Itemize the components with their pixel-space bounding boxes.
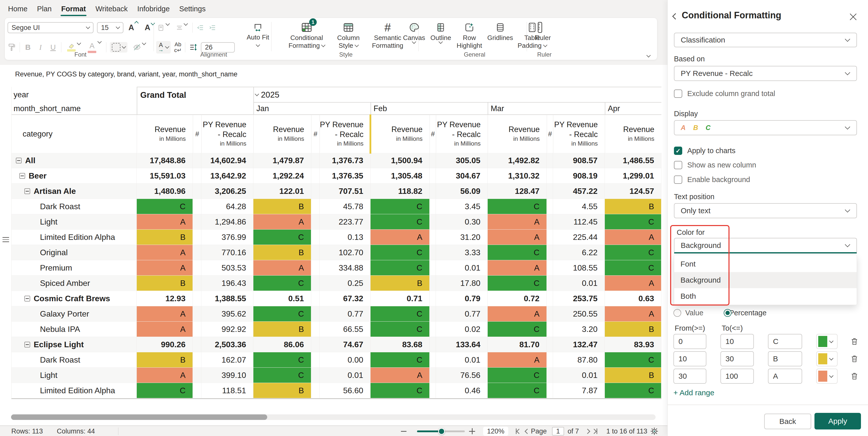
- matrix-cell-classified[interactable]: C: [605, 383, 661, 398]
- matrix-cell[interactable]: 225.44: [553, 229, 605, 245]
- matrix-cell-classified[interactable]: B: [605, 199, 661, 214]
- matrix-cell-classified[interactable]: C: [488, 383, 547, 398]
- collapse-row-icon[interactable]: [24, 188, 30, 194]
- matrix-cell[interactable]: 0.13: [319, 229, 371, 245]
- format-type-select[interactable]: Classification: [674, 33, 857, 47]
- measure-header[interactable]: #: [311, 115, 319, 153]
- matrix-cell[interactable]: 0.72: [488, 291, 547, 306]
- matrix-cell-classified[interactable]: A: [605, 229, 661, 245]
- matrix-cell-classified[interactable]: A: [488, 260, 547, 276]
- matrix-cell-classified[interactable]: C: [488, 368, 547, 383]
- row-header[interactable]: Eclipse Light: [11, 337, 137, 352]
- row-header[interactable]: Limited Edition Alpha: [11, 383, 137, 398]
- matrix-cell[interactable]: 990.26: [137, 337, 193, 352]
- percentage-radio[interactable]: [724, 309, 732, 317]
- measure-header[interactable]: Revenuein Millions: [371, 115, 430, 153]
- delete-range-button[interactable]: [850, 372, 859, 380]
- matrix-cell-classified[interactable]: A: [137, 245, 193, 260]
- matrix-cell[interactable]: 17.80: [436, 276, 488, 291]
- format-painter-icon[interactable]: [7, 43, 16, 52]
- back-button[interactable]: Back: [764, 414, 811, 429]
- matrix-cell-classified[interactable]: C: [488, 321, 547, 337]
- matrix-cell-classified[interactable]: A: [605, 306, 661, 321]
- matrix-cell-classified[interactable]: A: [371, 229, 430, 245]
- increase-indent-icon[interactable]: [208, 24, 217, 32]
- matrix-cell-classified[interactable]: A: [137, 321, 193, 337]
- matrix-cell[interactable]: 86.06: [253, 337, 311, 352]
- color-for-option-background[interactable]: Background: [674, 272, 857, 288]
- matrix-cell[interactable]: 304.67: [436, 168, 488, 184]
- measure-header[interactable]: Revenuein Millions: [137, 115, 193, 153]
- row-header[interactable]: Galaxy Porter: [11, 306, 137, 321]
- zoom-slider[interactable]: [417, 431, 465, 432]
- measure-header[interactable]: PY Revenue- Recalcin Millions: [436, 115, 488, 153]
- matrix-cell[interactable]: 0.30: [436, 214, 488, 229]
- matrix-cell-classified[interactable]: C: [371, 383, 430, 398]
- matrix-cell[interactable]: 83.93: [605, 337, 661, 352]
- matrix-cell[interactable]: 305.05: [436, 153, 488, 168]
- range-to-input[interactable]: [720, 369, 754, 384]
- matrix-cell[interactable]: 66.55: [319, 321, 371, 337]
- matrix-cell[interactable]: 399.10: [202, 368, 253, 383]
- measure-header[interactable]: #: [430, 115, 436, 153]
- measure-header[interactable]: PY Revenue- Recalcin Millions: [553, 115, 605, 153]
- matrix-cell[interactable]: 0.46: [436, 383, 488, 398]
- matrix-cell-classified[interactable]: C: [371, 321, 430, 337]
- matrix-cell[interactable]: 0.01: [553, 368, 605, 383]
- matrix-cell-classified[interactable]: A: [488, 229, 547, 245]
- trash-icon[interactable]: [850, 354, 859, 363]
- menu-item-format[interactable]: Format: [61, 4, 86, 14]
- grow-font-button[interactable]: A: [127, 23, 140, 33]
- underline-button[interactable]: U: [49, 43, 58, 52]
- month-header-mar[interactable]: Mar: [488, 102, 605, 115]
- matrix-cell[interactable]: 83.68: [371, 337, 430, 352]
- matrix-cell[interactable]: 250.55: [553, 306, 605, 321]
- italic-button[interactable]: I: [36, 43, 45, 52]
- matrix-cell[interactable]: 15,591.03: [137, 168, 193, 184]
- vertical-align-button[interactable]: [156, 23, 171, 32]
- matrix-cell-classified[interactable]: A: [605, 276, 661, 291]
- range-color-select[interactable]: [816, 334, 838, 349]
- colgroup-2025[interactable]: 2025: [253, 87, 661, 102]
- next-page-button[interactable]: [586, 426, 589, 436]
- zoom-level[interactable]: 120%: [483, 427, 508, 436]
- font-name-select[interactable]: Segoe UI: [7, 22, 94, 33]
- shrink-font-button[interactable]: A: [143, 23, 156, 33]
- page-input[interactable]: [552, 427, 564, 436]
- measure-header[interactable]: #: [193, 115, 202, 153]
- row-header[interactable]: Cosmic Craft Brews: [11, 291, 137, 306]
- trash-icon[interactable]: [850, 372, 859, 380]
- matrix-cell-classified[interactable]: C: [137, 383, 193, 398]
- menu-item-writeback[interactable]: Writeback: [95, 4, 128, 14]
- menu-item-settings[interactable]: Settings: [179, 4, 206, 14]
- matrix-cell-classified[interactable]: C: [371, 245, 430, 260]
- matrix-cell[interactable]: 128.47: [488, 184, 547, 199]
- matrix-cell[interactable]: 0.01: [436, 352, 488, 368]
- matrix-cell[interactable]: 13,642.92: [202, 168, 253, 184]
- matrix-cell-classified[interactable]: C: [253, 368, 311, 383]
- matrix-cell[interactable]: 1,292.24: [253, 168, 311, 184]
- auto-fit-button[interactable]: Auto Fit: [245, 20, 271, 46]
- matrix-cell[interactable]: 0.02: [436, 321, 488, 337]
- matrix-cell-classified[interactable]: C: [371, 352, 430, 368]
- matrix-cell[interactable]: 87.80: [553, 352, 605, 368]
- matrix-cell[interactable]: 0.77: [319, 306, 371, 321]
- color-for-option-both[interactable]: Both: [674, 288, 857, 304]
- range-from-input[interactable]: [674, 351, 706, 366]
- row-header[interactable]: Light: [11, 368, 137, 383]
- range-to-input[interactable]: [720, 334, 754, 349]
- matrix-cell[interactable]: 133.64: [436, 337, 488, 352]
- matrix-cell[interactable]: 7.87: [553, 383, 605, 398]
- matrix-cell-classified[interactable]: C: [253, 306, 311, 321]
- matrix-cell-classified[interactable]: C: [488, 276, 547, 291]
- month-header-feb[interactable]: Feb: [371, 102, 488, 115]
- matrix-cell[interactable]: 1,479.87: [253, 153, 311, 168]
- matrix-cell[interactable]: 0.00: [319, 352, 371, 368]
- value-radio[interactable]: [674, 309, 681, 317]
- matrix-cell-classified[interactable]: B: [137, 229, 193, 245]
- matrix-cell-classified[interactable]: A: [253, 260, 311, 276]
- matrix-cell-classified[interactable]: B: [253, 383, 311, 398]
- matrix-cell[interactable]: 112.45: [553, 214, 605, 229]
- matrix-cell[interactable]: 3.20: [553, 321, 605, 337]
- range-from-input[interactable]: [674, 369, 706, 384]
